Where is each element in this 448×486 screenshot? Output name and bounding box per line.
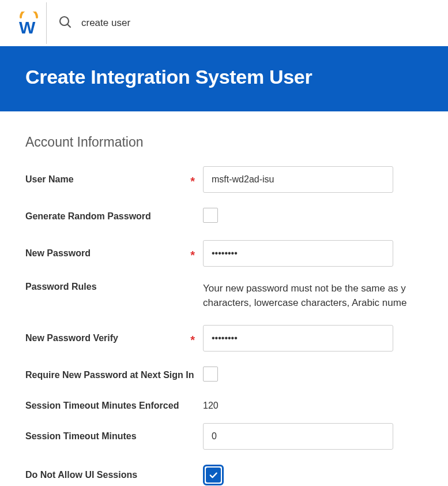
generate-random-password-label: Generate Random Password	[25, 211, 203, 222]
page-hero: Create Integration System User	[0, 46, 448, 111]
workday-logo[interactable]: W	[12, 0, 46, 46]
search-bar	[58, 15, 436, 31]
generate-random-password-checkbox[interactable]	[203, 208, 218, 223]
page-title: Create Integration System User	[25, 66, 423, 88]
do-not-allow-ui-label: Do Not Allow UI Sessions	[25, 470, 203, 480]
do-not-allow-ui-checkbox[interactable]	[203, 465, 224, 485]
session-timeout-enforced-label: Session Timeout Minutes Enforced	[25, 401, 203, 411]
top-bar: W	[0, 0, 448, 46]
require-new-password-label: Require New Password at Next Sign In	[25, 370, 203, 380]
password-rules-label: Password Rules	[25, 282, 203, 292]
required-indicator: *	[190, 175, 195, 187]
svg-line-2	[67, 24, 70, 27]
svg-text:W: W	[19, 18, 36, 35]
new-password-verify-label: New Password Verify *	[25, 332, 203, 344]
search-input[interactable]	[80, 17, 253, 29]
section-title: Account Information	[25, 134, 423, 150]
vertical-divider	[46, 2, 47, 44]
session-timeout-minutes-label: Session Timeout Minutes	[25, 431, 203, 442]
new-password-label: New Password *	[25, 248, 203, 259]
search-icon[interactable]	[58, 15, 72, 31]
required-indicator: *	[190, 249, 195, 261]
form-content: Account Information User Name * Generate…	[0, 111, 448, 486]
new-password-verify-field[interactable]	[203, 325, 393, 352]
check-icon	[208, 470, 219, 480]
session-timeout-enforced-value: 120	[203, 401, 219, 410]
password-rules-text: Your new password must not be the same a…	[203, 282, 423, 310]
user-name-field[interactable]	[203, 166, 393, 193]
require-new-password-checkbox[interactable]	[203, 367, 218, 382]
user-name-label: User Name *	[25, 174, 203, 185]
session-timeout-minutes-field[interactable]	[203, 423, 393, 450]
required-indicator: *	[190, 334, 195, 346]
new-password-field[interactable]	[203, 240, 393, 267]
